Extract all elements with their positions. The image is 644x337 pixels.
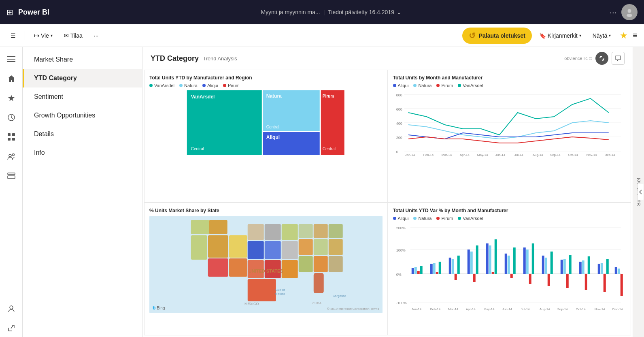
- nav-label-details: Details: [34, 130, 54, 138]
- nav-item-sentiment[interactable]: Sentiment: [23, 87, 142, 106]
- nav-item-ytd-category[interactable]: YTD Category: [23, 69, 142, 87]
- favorite-star-icon[interactable]: ★: [620, 30, 628, 41]
- apps-icon-btn[interactable]: [2, 128, 20, 146]
- brand-label: obvience llc ©: [564, 56, 592, 61]
- svg-text:Central: Central: [266, 125, 279, 129]
- profile-icon-btn[interactable]: [2, 300, 20, 318]
- nav-label-ytd-category: YTD Category: [34, 75, 77, 82]
- reset-label: Palauta oletukset: [479, 32, 525, 39]
- svg-rect-68: [299, 239, 313, 255]
- svg-rect-57: [265, 224, 281, 240]
- nav-label-info: Info: [34, 149, 45, 156]
- svg-text:Oct-14: Oct-14: [576, 307, 586, 311]
- svg-text:May-14: May-14: [477, 153, 488, 157]
- svg-rect-4: [7, 61, 15, 62]
- list-icon[interactable]: ≡: [633, 31, 638, 40]
- expand-icon-btn[interactable]: [2, 319, 20, 337]
- reset-icon: ↺: [469, 31, 476, 41]
- svg-text:Jun-14: Jun-14: [502, 307, 512, 311]
- topbar-center: Myynti ja myynnin ma... | Tiedot päivite…: [57, 9, 605, 15]
- chart1-legend: VanArsdel Natura Aliqui Pirum: [149, 83, 383, 88]
- svg-text:Apr-14: Apr-14: [459, 153, 470, 157]
- collapse-sidebar-button[interactable]: [638, 184, 644, 200]
- workspaces-icon-btn[interactable]: [2, 167, 20, 185]
- svg-rect-58: [282, 224, 298, 240]
- svg-text:Mar-14: Mar-14: [448, 307, 458, 311]
- chevron-down-icon[interactable]: ⌄: [397, 9, 402, 15]
- home-icon-btn[interactable]: [2, 70, 20, 87]
- refresh-icon-btn[interactable]: [595, 52, 608, 65]
- svg-text:Sargasso: Sargasso: [333, 294, 346, 298]
- svg-text:Mar-14: Mar-14: [441, 153, 452, 157]
- svg-text:Pirum: Pirum: [323, 94, 334, 98]
- nav-item-details[interactable]: Details: [23, 125, 142, 143]
- svg-rect-104: [473, 274, 475, 282]
- map-copyright: © 2019 Microsoft Corporation Terms: [327, 307, 379, 311]
- svg-rect-7: [12, 133, 15, 136]
- svg-text:Gulf of: Gulf of: [275, 288, 285, 292]
- chat-icon-btn[interactable]: [612, 52, 625, 65]
- legend-dot-aliqui: [202, 84, 206, 87]
- legend4-dot-pirum: [436, 217, 440, 220]
- svg-rect-109: [494, 239, 497, 274]
- grid-icon[interactable]: ⊞: [6, 7, 13, 17]
- data-updated-label: Tiedot päivitetty 16.4.2019: [328, 9, 394, 15]
- toolbar: ☰ ↦ Vie ▾ ✉ Tilaa ··· ↺ Palauta oletukse…: [0, 24, 644, 47]
- main-layout: Market Share YTD Category Sentiment Grow…: [0, 47, 644, 337]
- right-panel: Suodattimet: [633, 47, 644, 337]
- nav-item-market-share[interactable]: Market Share: [23, 50, 142, 69]
- legend2-pirum: Pirum: [436, 83, 453, 88]
- nav-item-info[interactable]: Info: [23, 143, 142, 162]
- recent-icon-btn[interactable]: [2, 109, 20, 126]
- legend2-label-natura: Natura: [418, 83, 431, 88]
- chart3-title: % Units Market Share by State: [149, 208, 383, 213]
- svg-text:Feb-14: Feb-14: [423, 153, 434, 157]
- bookmark-button[interactable]: 🔖 Kirjanmerkit ▾: [535, 30, 585, 41]
- svg-rect-121: [550, 252, 553, 274]
- more-icon: ···: [94, 32, 99, 39]
- svg-rect-118: [542, 256, 544, 274]
- menu-icon-btn[interactable]: [2, 50, 20, 68]
- view-label: Näytä: [593, 32, 608, 39]
- svg-rect-97: [438, 262, 441, 274]
- legend2-dot-vanarsdel: [458, 84, 461, 87]
- more-button[interactable]: ···: [90, 30, 103, 41]
- shared-icon-btn[interactable]: [2, 147, 20, 165]
- svg-rect-135: [617, 269, 620, 274]
- svg-rect-116: [529, 274, 531, 284]
- menu-sidebar-button[interactable]: ☰: [6, 30, 20, 41]
- svg-text:0: 0: [396, 150, 398, 154]
- legend4-natura: Natura: [413, 216, 431, 221]
- svg-text:Dec-14: Dec-14: [612, 307, 623, 311]
- svg-rect-119: [544, 258, 547, 274]
- chart-panel-line: Total Units by Month and Manufacturer Al…: [388, 70, 631, 203]
- svg-rect-8: [8, 138, 11, 141]
- nav-item-growth-opportunities[interactable]: Growth Opportunities: [23, 106, 142, 125]
- svg-text:Aug-14: Aug-14: [539, 307, 550, 311]
- reset-button[interactable]: ↺ Palauta oletukset: [462, 28, 532, 44]
- svg-point-10: [9, 154, 11, 157]
- legend2-label-aliqui: Aliqui: [398, 83, 409, 88]
- favorites-icon-btn[interactable]: [2, 89, 20, 107]
- more-options-icon[interactable]: ···: [610, 8, 616, 17]
- subscribe-icon: ✉: [64, 32, 69, 39]
- svg-text:Mexico: Mexico: [275, 292, 285, 296]
- legend4-pirum: Pirum: [436, 216, 453, 221]
- svg-rect-123: [563, 259, 565, 274]
- legend2-dot-aliqui: [393, 84, 396, 87]
- legend4-dot-aliqui: [393, 217, 396, 220]
- svg-rect-52: [208, 235, 228, 258]
- avatar[interactable]: [621, 4, 638, 20]
- subscribe-button[interactable]: ✉ Tilaa: [60, 30, 87, 41]
- view-button[interactable]: Näytä ▾: [589, 30, 615, 41]
- hamburger-icon: ☰: [11, 32, 16, 39]
- svg-rect-13: [8, 176, 15, 179]
- svg-rect-66: [314, 224, 328, 238]
- legend2-aliqui: Aliqui: [393, 83, 409, 88]
- svg-rect-71: [299, 256, 313, 272]
- svg-text:Sep-14: Sep-14: [557, 307, 567, 311]
- export-button[interactable]: ↦ Vie ▾: [30, 29, 57, 42]
- svg-text:400: 400: [396, 122, 402, 126]
- legend-item-natura: Natura: [179, 83, 198, 88]
- svg-rect-107: [489, 245, 491, 274]
